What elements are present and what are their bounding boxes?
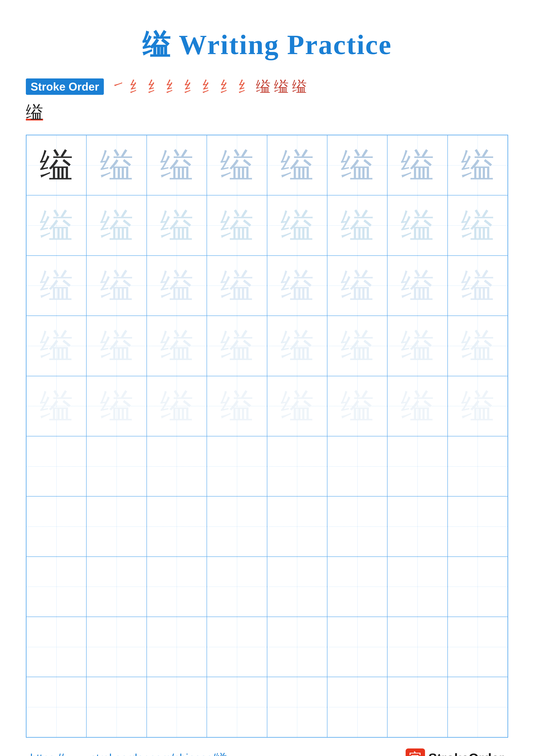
- title-text: Writing Practice: [179, 29, 392, 60]
- grid-cell-r6c2[interactable]: [87, 436, 146, 496]
- grid-cell-r1c8[interactable]: 缢: [447, 135, 508, 195]
- grid-cell-r4c8[interactable]: 缢: [447, 316, 508, 376]
- grid-cell-r7c7[interactable]: [387, 496, 447, 556]
- grid-cell-r2c5[interactable]: 缢: [267, 195, 327, 256]
- grid-cell-r10c7[interactable]: [387, 677, 447, 737]
- stroke-8: 纟: [238, 77, 252, 96]
- grid-cell-r3c6[interactable]: 缢: [327, 256, 387, 316]
- char-display: 缢: [100, 323, 133, 368]
- grid-cell-r7c5[interactable]: [267, 496, 327, 556]
- grid-cell-r8c4[interactable]: [207, 557, 267, 617]
- grid-cell-r5c8[interactable]: 缢: [447, 376, 508, 436]
- char-display: 缢: [100, 384, 133, 429]
- grid-cell-r5c3[interactable]: 缢: [147, 376, 207, 436]
- grid-cell-r8c3[interactable]: [147, 557, 207, 617]
- grid-cell-r4c7[interactable]: 缢: [387, 316, 447, 376]
- grid-cell-r8c8[interactable]: [447, 557, 508, 617]
- grid-cell-r3c5[interactable]: 缢: [267, 256, 327, 316]
- grid-cell-r9c8[interactable]: [447, 617, 508, 677]
- grid-cell-r2c8[interactable]: 缢: [447, 195, 508, 256]
- grid-cell-r8c5[interactable]: [267, 557, 327, 617]
- grid-cell-r10c1[interactable]: [26, 677, 87, 737]
- grid-cell-r5c2[interactable]: 缢: [87, 376, 146, 436]
- grid-cell-r9c2[interactable]: [87, 617, 146, 677]
- grid-cell-r9c4[interactable]: [207, 617, 267, 677]
- stroke-3: 纟: [147, 77, 162, 96]
- grid-cell-r4c6[interactable]: 缢: [327, 316, 387, 376]
- grid-cell-r2c3[interactable]: 缢: [147, 195, 207, 256]
- grid-cell-r2c1[interactable]: 缢: [26, 195, 87, 256]
- grid-cell-r5c6[interactable]: 缢: [327, 376, 387, 436]
- grid-cell-r10c5[interactable]: [267, 677, 327, 737]
- char-display: 缢: [220, 384, 254, 429]
- grid-cell-r1c5[interactable]: 缢: [267, 135, 327, 195]
- grid-cell-r3c1[interactable]: 缢: [26, 256, 87, 316]
- grid-cell-r9c1[interactable]: [26, 617, 87, 677]
- grid-cell-r7c6[interactable]: [327, 496, 387, 556]
- stroke-1: ㇀: [111, 77, 126, 96]
- grid-cell-r8c6[interactable]: [327, 557, 387, 617]
- grid-cell-r4c2[interactable]: 缢: [87, 316, 146, 376]
- grid-cell-r5c7[interactable]: 缢: [387, 376, 447, 436]
- grid-cell-r7c1[interactable]: [26, 496, 87, 556]
- grid-cell-r8c2[interactable]: [87, 557, 146, 617]
- grid-cell-r6c4[interactable]: [207, 436, 267, 496]
- grid-cell-r6c8[interactable]: [447, 436, 508, 496]
- footer-logo-icon: 字: [406, 748, 425, 756]
- grid-cell-r2c6[interactable]: 缢: [327, 195, 387, 256]
- grid-cell-r8c1[interactable]: [26, 557, 87, 617]
- grid-cell-r7c8[interactable]: [447, 496, 508, 556]
- grid-cell-r10c6[interactable]: [327, 677, 387, 737]
- grid-cell-r2c2[interactable]: 缢: [87, 195, 146, 256]
- grid-cell-r7c4[interactable]: [207, 496, 267, 556]
- grid-cell-r3c2[interactable]: 缢: [87, 256, 146, 316]
- grid-cell-r1c1[interactable]: 缢: [26, 135, 87, 195]
- grid-cell-r3c8[interactable]: 缢: [447, 256, 508, 316]
- page-title: 缢 Writing Practice: [142, 26, 392, 64]
- grid-cell-r4c3[interactable]: 缢: [147, 316, 207, 376]
- grid-cell-r7c3[interactable]: [147, 496, 207, 556]
- grid-cell-r10c2[interactable]: [87, 677, 146, 737]
- grid-cell-r1c2[interactable]: 缢: [87, 135, 146, 195]
- grid-cell-r1c4[interactable]: 缢: [207, 135, 267, 195]
- grid-cell-r9c6[interactable]: [327, 617, 387, 677]
- grid-cell-r7c2[interactable]: [87, 496, 146, 556]
- grid-cell-r3c3[interactable]: 缢: [147, 256, 207, 316]
- grid-cell-r1c6[interactable]: 缢: [327, 135, 387, 195]
- grid-cell-r9c5[interactable]: [267, 617, 327, 677]
- grid-cell-r9c7[interactable]: [387, 617, 447, 677]
- grid-cell-r5c5[interactable]: 缢: [267, 376, 327, 436]
- grid-cell-r6c5[interactable]: [267, 436, 327, 496]
- char-display: 缢: [39, 323, 73, 368]
- grid-cell-r1c7[interactable]: 缢: [387, 135, 447, 195]
- title-char: 缢: [142, 29, 171, 60]
- char-display: 缢: [341, 263, 374, 308]
- writing-grid: 缢 缢 缢 缢 缢 缢 缢 缢: [26, 135, 508, 738]
- char-display: 缢: [341, 323, 374, 368]
- grid-cell-r6c7[interactable]: [387, 436, 447, 496]
- grid-cell-r6c6[interactable]: [327, 436, 387, 496]
- grid-cell-r4c5[interactable]: 缢: [267, 316, 327, 376]
- grid-cell-r8c7[interactable]: [387, 557, 447, 617]
- char-display: 缢: [280, 203, 314, 248]
- char-display: 缢: [280, 143, 314, 188]
- grid-cell-r10c8[interactable]: [447, 677, 508, 737]
- grid-cell-r2c4[interactable]: 缢: [207, 195, 267, 256]
- grid-cell-r10c3[interactable]: [147, 677, 207, 737]
- grid-cell-r6c1[interactable]: [26, 436, 87, 496]
- grid-cell-r5c4[interactable]: 缢: [207, 376, 267, 436]
- stroke-9: 缢: [256, 77, 270, 96]
- footer-url[interactable]: https://www.strokeorder.com/chinese/缢: [30, 751, 227, 756]
- grid-cell-r3c7[interactable]: 缢: [387, 256, 447, 316]
- char-display: 缢: [341, 203, 374, 248]
- grid-cell-r10c4[interactable]: [207, 677, 267, 737]
- stroke-order-section: Stroke Order ㇀ 纟 纟 纟 纟 纟 纟 纟 缢 缢 缢 缢: [26, 77, 508, 124]
- grid-cell-r9c3[interactable]: [147, 617, 207, 677]
- grid-cell-r6c3[interactable]: [147, 436, 207, 496]
- grid-cell-r4c1[interactable]: 缢: [26, 316, 87, 376]
- grid-cell-r2c7[interactable]: 缢: [387, 195, 447, 256]
- grid-cell-r3c4[interactable]: 缢: [207, 256, 267, 316]
- grid-cell-r1c3[interactable]: 缢: [147, 135, 207, 195]
- grid-cell-r4c4[interactable]: 缢: [207, 316, 267, 376]
- grid-cell-r5c1[interactable]: 缢: [26, 376, 87, 436]
